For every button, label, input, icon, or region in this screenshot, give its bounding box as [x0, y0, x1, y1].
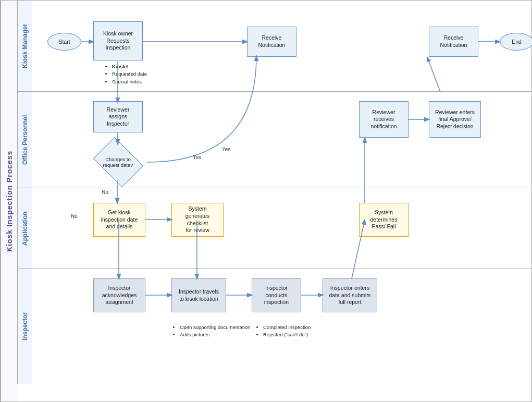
changes-diamond: Changes to request date? — [88, 144, 148, 180]
diagram-title: Kiosk Inspection Process — [1, 1, 17, 401]
lane-label-kiosk: Kiosk Manager — [17, 1, 32, 91]
inspector-conducts-box: Inspector conducts inspection — [252, 278, 301, 312]
system-determines-box: System determines Pass/ Fail — [359, 203, 409, 237]
diagram-container: Kiosk Inspection Process Kiosk Manager S… — [0, 0, 532, 402]
inspector-bullets-1: Open supporting documentation Adds pictu… — [172, 324, 250, 339]
swim-lanes: Kiosk Manager Start Kiosk owner Requests… — [17, 1, 531, 401]
receive-notification-1-box: Receive Notification — [247, 27, 296, 57]
inspector-bullets-2: Completed inspection Rejected ("can't do… — [256, 324, 311, 339]
system-generates-box: System generates checklist for review — [171, 203, 224, 237]
reviewer-assigns-box: Reviewer assigns Inspector — [93, 101, 143, 132]
lane-label-office: Office Personnel — [17, 92, 32, 188]
lane-content-inspector: Inspector acknowledges assignment Inspec… — [32, 269, 531, 384]
inspector-travels-box: Inspector travels to kisok location — [171, 278, 226, 312]
yes-label: Yes — [222, 147, 230, 152]
kiosk-request-box: Kiosk owner Requests Inspection — [93, 21, 143, 60]
lane-office-personnel: Office Personnel Reviewer assigns Inspec… — [17, 92, 531, 188]
reviewer-enters-box: Reviewer enters final Approve/ Reject de… — [429, 101, 481, 138]
lane-content-office: Reviewer assigns Inspector Changes to re… — [32, 92, 531, 188]
lane-content-kiosk: Start Kiosk owner Requests Inspection Ki… — [32, 1, 531, 91]
lane-inspector: Inspector Inspector acknowledges assignm… — [17, 269, 531, 384]
get-kiosk-box: Get kiosk inspection date and details — [93, 203, 145, 237]
reviewer-receives-box: Reviewer receives notification — [359, 101, 409, 138]
changes-label: Changes to request date? — [100, 156, 137, 168]
lane-label-inspector: Inspector — [17, 269, 32, 384]
lane-application: Application No Get kiosk inspection date… — [17, 188, 531, 269]
inspector-acknowledges-box: Inspector acknowledges assignment — [93, 278, 145, 312]
end-node: End — [500, 33, 532, 51]
lane-kiosk-manager: Kiosk Manager Start Kiosk owner Requests… — [17, 1, 531, 92]
start-node: Start — [47, 33, 81, 51]
no-label: No — [71, 213, 78, 219]
lane-label-app: Application — [17, 188, 32, 269]
kiosk-bullets: Kiosk# Requested date Special notes — [105, 63, 147, 86]
lane-content-app: No Get kiosk inspection date and details… — [32, 188, 531, 269]
receive-notification-2-box: Receive Notification — [429, 27, 478, 57]
inspector-enters-box: Inspector enters data and submits full r… — [323, 278, 377, 312]
